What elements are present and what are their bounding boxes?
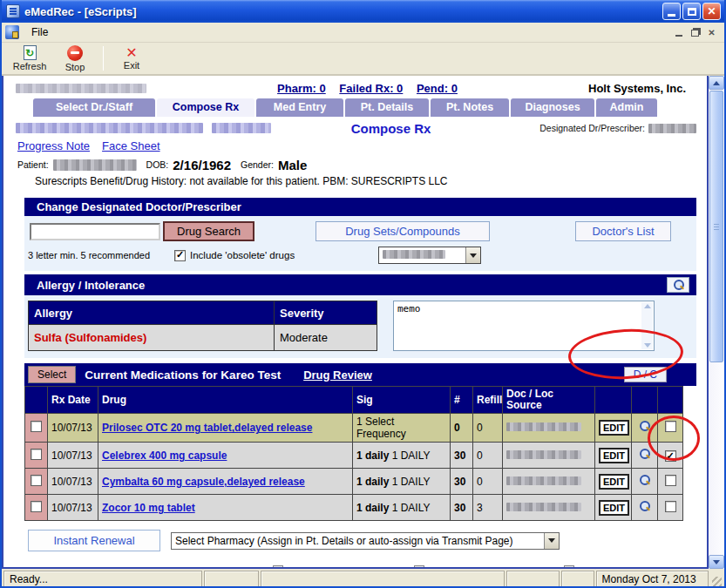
row-select-checkbox[interactable] (31, 421, 42, 432)
scroll-up-icon (713, 81, 720, 85)
progress-note-link[interactable]: Progress Note (17, 139, 90, 152)
sig-cell: 1 daily 1 DAILY (353, 495, 451, 521)
edit-button[interactable]: EDIT (599, 500, 629, 516)
dc-cell (658, 495, 683, 521)
drug-search-header: Change Designated Doctor/Prescriber (24, 198, 696, 216)
row-select-checkbox[interactable] (31, 501, 42, 512)
scrollbar-thumb[interactable] (709, 91, 723, 362)
dc-checkbox[interactable] (665, 421, 676, 432)
dc-button[interactable]: D / C (624, 367, 667, 382)
edit-button[interactable]: EDIT (599, 420, 629, 436)
drug-cell: Prilosec OTC 20 mg tablet,delayed releas… (98, 414, 353, 443)
refill-cell: 0 (473, 469, 503, 495)
drug-link[interactable]: Prilosec OTC 20 mg tablet,delayed releas… (102, 422, 312, 434)
magnifier-icon[interactable] (639, 449, 650, 460)
dc-checkbox[interactable] (665, 475, 676, 486)
edit-button[interactable]: EDIT (599, 474, 629, 490)
pharmacy-select-arrow[interactable] (544, 533, 559, 549)
drug-link[interactable]: Cymbalta 60 mg capsule,delayed release (102, 476, 305, 488)
child-window-icon[interactable] (5, 25, 19, 39)
magnifier-icon[interactable] (639, 421, 650, 432)
row-select-checkbox[interactable] (31, 475, 42, 486)
instant-renewal-button[interactable]: Instant Renewal (28, 530, 160, 551)
prescriber-combo[interactable] (378, 247, 481, 264)
allergy-row[interactable]: Sulfa (Sulfonamides) Moderate (29, 325, 377, 351)
exit-button[interactable]: ✕ Exit (109, 43, 154, 74)
menu-file[interactable]: File (25, 24, 54, 40)
tab-med-entry[interactable]: Med Entry (256, 98, 343, 117)
page-header-strip: Pharm: 0 Failed Rx: 0 Pend: 0 Holt Syste… (3, 76, 707, 97)
drug-search-button[interactable]: Drug Search (163, 221, 254, 241)
clipped-text (433, 568, 555, 569)
allergy-search-button[interactable] (667, 277, 689, 293)
tab-select-dr-staff[interactable]: Select Dr./Staff (33, 98, 155, 117)
status-date: Monday Oct 7, 2013 (596, 571, 709, 587)
failed-rx-link[interactable]: Failed Rx: 0 (339, 82, 403, 95)
pend-link[interactable]: Pend: 0 (417, 82, 458, 95)
designated-label: Designated Dr/Prescriber: (539, 123, 645, 133)
memo-textarea[interactable]: memo (393, 301, 655, 351)
chevron-down-icon (548, 538, 555, 543)
child-minimize-button[interactable] (671, 26, 686, 39)
tab-compose-rx[interactable]: Compose Rx (157, 98, 254, 117)
tab-admin[interactable]: Admin (596, 98, 657, 117)
content-area: Pharm: 0 Failed Rx: 0 Pend: 0 Holt Syste… (2, 76, 724, 569)
pharmacy-select-value: Select Pharmacy (Assign in Pt. Details o… (172, 535, 544, 547)
redacted-practice-link[interactable] (16, 123, 203, 133)
select-col-header (25, 387, 48, 414)
gender-value: Male (278, 158, 307, 172)
pharmacy-select[interactable]: Select Pharmacy (Assign in Pt. Details o… (171, 532, 560, 550)
menu-bar: File ✕ (2, 23, 724, 43)
stop-icon (67, 45, 83, 61)
child-restore-icon (691, 30, 699, 37)
tab-pt-notes[interactable]: Pt. Notes (431, 98, 509, 117)
tab-pt-details[interactable]: Pt. Details (345, 98, 429, 117)
refresh-button[interactable]: ↻ Refresh (7, 43, 52, 74)
dc-checkbox[interactable] (665, 450, 676, 462)
select-button[interactable]: Select (28, 366, 76, 383)
magnifier-icon[interactable] (639, 501, 650, 512)
prescriber-combo-arrow[interactable] (465, 247, 480, 263)
drug-sets-button[interactable]: Drug Sets/Compounds (316, 221, 490, 241)
drug-link[interactable]: Zocor 10 mg tablet (102, 502, 195, 514)
drug-search-body: Drug Search Drug Sets/Compounds Doctor's… (24, 216, 696, 271)
redacted-patient-name (53, 159, 137, 171)
drug-link[interactable]: Celebrex 400 mg capsule (102, 449, 227, 462)
row-select-checkbox[interactable] (31, 449, 42, 460)
magnifier-icon[interactable] (639, 475, 650, 486)
clipped-checkbox[interactable] (273, 565, 283, 569)
escripts-page: Pharm: 0 Failed Rx: 0 Pend: 0 Holt Syste… (2, 76, 709, 569)
rx-date-cell: 10/07/13 (48, 443, 98, 469)
gender-label: Gender: (241, 159, 274, 170)
drug-search-input[interactable] (30, 223, 160, 240)
qty-cell: 30 (451, 495, 473, 521)
vertical-scrollbar[interactable] (709, 76, 724, 569)
pharm-link[interactable]: Pharm: 0 (277, 82, 326, 95)
doctors-list-button[interactable]: Doctor's List (575, 221, 671, 241)
scrollbar-track[interactable] (709, 363, 724, 555)
scrollbar-down-button[interactable] (709, 555, 724, 569)
face-sheet-link[interactable]: Face Sheet (102, 139, 160, 152)
scrollbar-up-button[interactable] (709, 76, 724, 90)
memo-scrollbar[interactable] (641, 302, 653, 349)
tab-diagnoses[interactable]: Diagnoses (511, 98, 594, 117)
status-panel (506, 571, 560, 587)
dc-checkbox[interactable] (665, 501, 676, 512)
sig-bold: 1 daily (356, 502, 389, 514)
sig-rest: 1 Select Frequency (356, 416, 406, 440)
edit-button[interactable]: EDIT (599, 448, 629, 463)
sig-bold: 1 daily (356, 449, 389, 462)
minimize-button[interactable] (662, 3, 681, 20)
child-restore-button[interactable] (688, 26, 702, 39)
clipped-checkbox[interactable] (414, 565, 424, 569)
obsolete-checkbox[interactable] (174, 250, 186, 261)
redacted-location-link[interactable] (212, 123, 271, 133)
stop-button[interactable]: Stop (52, 43, 98, 74)
clipped-checkbox[interactable] (564, 565, 574, 569)
close-button[interactable]: ✕ (702, 3, 721, 20)
maximize-button[interactable] (682, 3, 701, 20)
clipped-options-row (212, 564, 696, 569)
drug-review-link[interactable]: Drug Review (303, 368, 372, 382)
child-close-button[interactable]: ✕ (704, 26, 719, 39)
resize-grip[interactable] (710, 571, 723, 587)
